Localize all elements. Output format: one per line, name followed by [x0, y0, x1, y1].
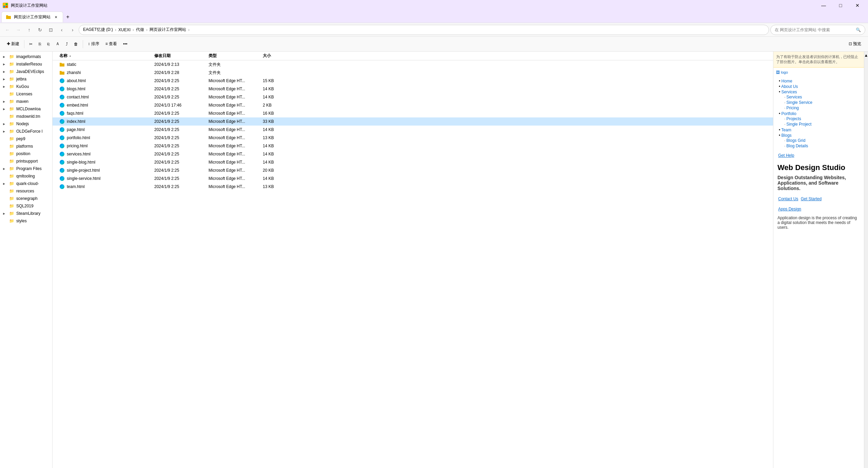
sidebar-item-styles[interactable]: 📁 styles [0, 217, 52, 225]
sidebar-item-printsupport[interactable]: 📁 printsupport [0, 157, 52, 165]
sidebar-item-resources[interactable]: 📁 resources [0, 187, 52, 195]
rename-button[interactable]: Ａ [53, 40, 62, 48]
up-button[interactable]: ↑ [24, 25, 34, 35]
sidebar-item-programfiles[interactable]: ▶ 📁 Program Files [0, 165, 52, 172]
sidebar-item-quarkcloud[interactable]: ▶ 📁 quark-cloud- [0, 180, 52, 187]
col-type-header[interactable]: 类型 [209, 53, 263, 59]
file-row-pricing[interactable]: pricing.html 2024/1/9 2:25 Microsoft Edg… [53, 142, 773, 150]
file-row-embed[interactable]: embed.html 2024/1/3 17:46 Microsoft Edge… [53, 101, 773, 109]
refresh-button[interactable]: ↻ [35, 25, 45, 35]
new-button[interactable]: ✚ 新建 [4, 40, 22, 48]
address-bar[interactable]: EAGET忆捷 (D:) › XUEXI › 代做 › 网页设计工作室网站 › [79, 25, 769, 35]
forward-button[interactable]: → [14, 25, 23, 35]
sidebar-item-imageformats[interactable]: ▶ 📁 imageformats [0, 53, 52, 60]
next-button[interactable]: › [68, 25, 77, 35]
apps-design-link[interactable]: Apps Design [777, 207, 802, 211]
file-row-team[interactable]: team.html 2024/1/9 2:25 Microsoft Edge H… [53, 183, 773, 191]
file-row-page[interactable]: page.html 2024/1/9 2:25 Microsoft Edge H… [53, 126, 773, 134]
nav-item-home[interactable]: Home [779, 78, 861, 84]
file-row-single-blog[interactable]: single-blog.html 2024/1/9 2:25 Microsoft… [53, 158, 773, 166]
get-started-link[interactable]: Get Started [800, 196, 822, 201]
sidebar-item-kugou[interactable]: ▶ 📁 KuGou [0, 83, 52, 90]
sidebar-item-jetbra[interactable]: ▶ 📁 jetbra [0, 75, 52, 83]
sidebar-item-steamlibrary[interactable]: ▶ 📁 SteamLibrary [0, 210, 52, 217]
more-button[interactable]: ••• [120, 40, 130, 48]
sidebar-item-platforms[interactable]: 📁 platforms [0, 143, 52, 150]
nav-item-projects[interactable]: Projects [784, 116, 861, 121]
file-row-zhanshi[interactable]: zhanshi 2024/1/9 2:28 文件夹 [53, 69, 773, 77]
nav-link-home[interactable]: Home [782, 79, 792, 83]
get-help-link[interactable]: Get Help [777, 153, 795, 158]
file-row-services[interactable]: services.html 2024/1/9 2:25 Microsoft Ed… [53, 150, 773, 158]
nav-link-single-service[interactable]: Single Service [786, 100, 812, 105]
sidebar-item-licenses[interactable]: 📁 Licenses [0, 90, 52, 98]
nav-item-services[interactable]: Services Services Single Service Pricing [779, 89, 861, 111]
nav-item-pricing[interactable]: Pricing [784, 105, 861, 111]
nav-link-blogs-grid[interactable]: Blogs Grid [786, 138, 805, 143]
nav-item-blogs-grid[interactable]: Blogs Grid [784, 138, 861, 143]
nav-item-single-service[interactable]: Single Service [784, 100, 861, 105]
breadcrumb-xuexi[interactable]: XUEXI [118, 27, 131, 32]
breadcrumb-d[interactable]: EAGET忆捷 (D:) [83, 27, 113, 33]
search-bar[interactable]: 🔍 [770, 25, 865, 35]
preview-logo-link[interactable]: 🖼 logo [773, 68, 864, 77]
delete-button[interactable]: 🗑 [71, 40, 81, 48]
nav-item-blogs[interactable]: Blogs Blogs Grid Blog Details [779, 133, 861, 149]
file-row-single-service[interactable]: single-service.html 2024/1/9 2:25 Micros… [53, 174, 773, 183]
active-tab[interactable]: 网页设计工作室网站 ✕ [1, 12, 63, 22]
nav-item-about[interactable]: About Us [779, 84, 861, 89]
file-row-faqs[interactable]: faqs.html 2024/1/9 2:25 Microsoft Edge H… [53, 109, 773, 117]
nav-item-single-project[interactable]: Single Project [784, 121, 861, 127]
sidebar-item-nodejs[interactable]: ▶ 📁 Nodejs [0, 120, 52, 128]
view-toggle-button[interactable]: ≡ 查看 [103, 40, 120, 48]
sidebar-item-mcldownloa[interactable]: ▶ 📁 MCLDownloa [0, 105, 52, 113]
file-row-about[interactable]: about.html 2024/1/9 2:25 Microsoft Edge … [53, 77, 773, 85]
nav-item-portfolio[interactable]: Portfolio Projects Single Project [779, 111, 861, 127]
paste-button[interactable]: ⎗ [44, 40, 52, 48]
cut-button[interactable]: ✂ [26, 40, 35, 48]
nav-item-team[interactable]: Team [779, 127, 861, 133]
maximize-button[interactable]: □ [833, 0, 848, 11]
copy-button[interactable]: ⎘ [36, 40, 44, 48]
breadcrumb-current[interactable]: 网页设计工作室网站 [150, 27, 186, 33]
nav-link-about[interactable]: About Us [781, 84, 798, 89]
sidebar-item-oldgeforce[interactable]: ▶ 📁 OLDGeForce l [0, 128, 52, 135]
minimize-button[interactable]: — [816, 0, 831, 11]
nav-link-portfolio[interactable]: Portfolio [782, 111, 796, 116]
file-row-contact[interactable]: contact.html 2024/1/9 2:25 Microsoft Edg… [53, 93, 773, 101]
nav-link-services-sub[interactable]: Services [786, 95, 802, 99]
file-row-index[interactable]: index.html 2024/1/9 2:25 Microsoft Edge … [53, 117, 773, 126]
nav-link-pricing[interactable]: Pricing [786, 106, 799, 110]
sidebar-item-installerresou[interactable]: ▶ 📁 installerResou [0, 60, 52, 68]
sidebar-item-sql2019[interactable]: 📁 SQL2019 [0, 202, 52, 210]
col-name-header[interactable]: 名称 ▲ [53, 53, 154, 59]
file-row-portfolio[interactable]: portfolio.html 2024/1/9 2:25 Microsoft E… [53, 134, 773, 142]
nav-link-single-project[interactable]: Single Project [786, 122, 811, 127]
preview-scroll-up[interactable]: ▲ [864, 52, 868, 468]
sidebar-item-javadeveclips[interactable]: ▶ 📁 JavaDEVEclips [0, 68, 52, 75]
sidebar-item-pep9[interactable]: 📁 pep9 [0, 135, 52, 143]
sidebar-item-msdownld[interactable]: 📁 msdownld.tm [0, 113, 52, 120]
view-button[interactable]: ⊡ [46, 25, 56, 35]
col-size-header[interactable]: 大小 [263, 53, 290, 59]
back-button[interactable]: ← [3, 25, 12, 35]
nav-item-blog-details[interactable]: Blog Details [784, 143, 861, 149]
share-button[interactable]: ⤴ [63, 40, 71, 48]
nav-link-blog-details[interactable]: Blog Details [786, 144, 808, 148]
sidebar-item-scenegraph[interactable]: 📁 scenegraph [0, 195, 52, 202]
search-input[interactable] [775, 27, 854, 32]
new-tab-button[interactable]: + [63, 12, 73, 22]
sort-button[interactable]: ↕ 排序 [85, 40, 102, 48]
contact-us-link[interactable]: Contact Us [777, 196, 799, 201]
sidebar-item-maven[interactable]: ▶ 📁 maven [0, 98, 52, 105]
close-button[interactable]: ✕ [850, 0, 865, 11]
file-row-static[interactable]: static 2024/1/9 2:13 文件夹 [53, 60, 773, 69]
nav-link-blogs[interactable]: Blogs [782, 133, 792, 138]
nav-link-projects[interactable]: Projects [786, 116, 801, 121]
breadcrumb-daizuo[interactable]: 代做 [136, 27, 144, 33]
sidebar-item-qmltooling[interactable]: 📁 qmltooling [0, 172, 52, 180]
tab-close-button[interactable]: ✕ [53, 14, 59, 20]
prev-button[interactable]: ‹ [57, 25, 66, 35]
file-row-blogs[interactable]: blogs.html 2024/1/9 2:25 Microsoft Edge … [53, 85, 773, 93]
col-date-header[interactable]: 修改日期 [154, 53, 209, 59]
